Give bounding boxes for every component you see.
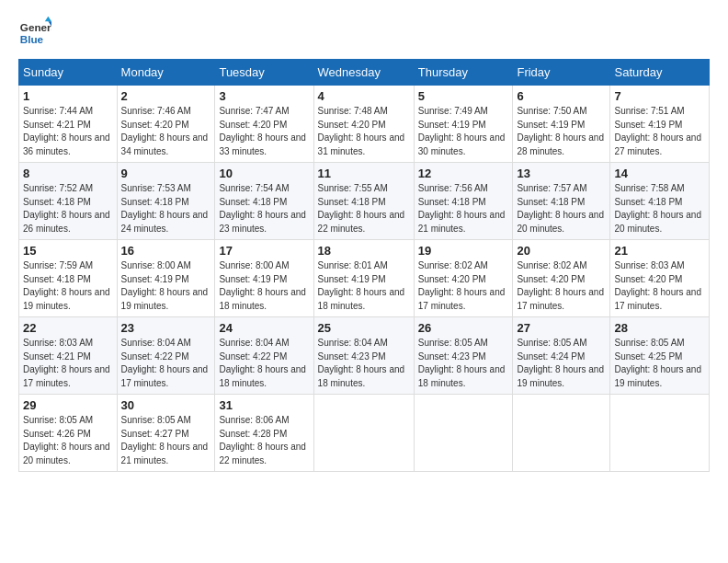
day-cell: 18Sunrise: 8:01 AMSunset: 4:19 PMDayligh… — [313, 240, 414, 317]
day-number: 11 — [318, 167, 410, 180]
day-cell: 4Sunrise: 7:48 AMSunset: 4:20 PMDaylight… — [313, 86, 414, 163]
day-number: 25 — [318, 321, 410, 335]
day-cell: 29Sunrise: 8:05 AMSunset: 4:26 PMDayligh… — [19, 395, 118, 472]
day-number: 17 — [219, 244, 309, 258]
day-info: Sunrise: 8:05 AMSunset: 4:27 PMDaylight:… — [121, 415, 209, 465]
day-info: Sunrise: 7:47 AMSunset: 4:20 PMDaylight:… — [219, 106, 306, 156]
day-cell: 6Sunrise: 7:50 AMSunset: 4:19 PMDaylight… — [513, 86, 610, 163]
day-cell: 22Sunrise: 8:03 AMSunset: 4:21 PMDayligh… — [19, 317, 118, 395]
day-info: Sunrise: 7:52 AMSunset: 4:18 PMDaylight:… — [23, 183, 110, 234]
day-number: 16 — [121, 244, 211, 258]
day-number: 19 — [418, 244, 509, 258]
day-info: Sunrise: 8:01 AMSunset: 4:19 PMDaylight:… — [318, 260, 405, 311]
day-cell: 9Sunrise: 7:53 AMSunset: 4:18 PMDaylight… — [117, 163, 215, 240]
day-number: 15 — [23, 244, 113, 258]
day-info: Sunrise: 8:05 AMSunset: 4:26 PMDaylight:… — [23, 415, 110, 465]
day-cell: 27Sunrise: 8:05 AMSunset: 4:24 PMDayligh… — [513, 317, 610, 395]
day-number: 26 — [418, 321, 509, 335]
day-info: Sunrise: 8:00 AMSunset: 4:19 PMDaylight:… — [219, 260, 306, 311]
day-number: 27 — [517, 321, 606, 335]
day-cell: 5Sunrise: 7:49 AMSunset: 4:19 PMDaylight… — [414, 86, 513, 163]
day-number: 4 — [318, 89, 410, 103]
logo: General Blue — [18, 15, 53, 48]
day-number: 7 — [614, 89, 705, 103]
day-cell — [313, 395, 414, 472]
day-number: 3 — [219, 89, 309, 103]
day-number: 21 — [614, 244, 705, 258]
day-info: Sunrise: 7:51 AMSunset: 4:19 PMDaylight:… — [614, 106, 701, 156]
day-cell — [414, 395, 513, 472]
day-info: Sunrise: 8:02 AMSunset: 4:20 PMDaylight:… — [517, 260, 604, 311]
col-header-thursday: Thursday — [414, 60, 513, 86]
day-cell: 7Sunrise: 7:51 AMSunset: 4:19 PMDaylight… — [610, 86, 710, 163]
day-info: Sunrise: 8:05 AMSunset: 4:25 PMDaylight:… — [614, 338, 701, 388]
day-info: Sunrise: 8:06 AMSunset: 4:28 PMDaylight:… — [219, 415, 306, 465]
col-header-friday: Friday — [513, 60, 610, 86]
day-cell: 12Sunrise: 7:56 AMSunset: 4:18 PMDayligh… — [414, 163, 513, 240]
day-info: Sunrise: 7:57 AMSunset: 4:18 PMDaylight:… — [517, 183, 604, 234]
week-row-2: 8Sunrise: 7:52 AMSunset: 4:18 PMDaylight… — [19, 163, 710, 240]
week-row-4: 22Sunrise: 8:03 AMSunset: 4:21 PMDayligh… — [19, 317, 710, 395]
day-number: 14 — [614, 167, 705, 180]
logo-icon: General Blue — [18, 15, 51, 48]
day-number: 9 — [121, 167, 211, 180]
day-info: Sunrise: 7:46 AMSunset: 4:20 PMDaylight:… — [121, 106, 209, 156]
day-info: Sunrise: 7:44 AMSunset: 4:21 PMDaylight:… — [23, 106, 110, 156]
day-info: Sunrise: 7:48 AMSunset: 4:20 PMDaylight:… — [318, 106, 405, 156]
day-cell: 31Sunrise: 8:06 AMSunset: 4:28 PMDayligh… — [215, 395, 313, 472]
day-cell: 13Sunrise: 7:57 AMSunset: 4:18 PMDayligh… — [513, 163, 610, 240]
day-number: 10 — [219, 167, 309, 180]
day-number: 1 — [23, 89, 113, 103]
day-number: 18 — [318, 244, 410, 258]
col-header-tuesday: Tuesday — [215, 60, 313, 86]
day-info: Sunrise: 8:03 AMSunset: 4:20 PMDaylight:… — [614, 260, 701, 311]
day-info: Sunrise: 8:05 AMSunset: 4:24 PMDaylight:… — [517, 338, 604, 388]
day-info: Sunrise: 8:05 AMSunset: 4:23 PMDaylight:… — [418, 338, 506, 388]
day-cell: 23Sunrise: 8:04 AMSunset: 4:22 PMDayligh… — [117, 317, 215, 395]
day-info: Sunrise: 7:49 AMSunset: 4:19 PMDaylight:… — [418, 106, 506, 156]
day-cell: 25Sunrise: 8:04 AMSunset: 4:23 PMDayligh… — [313, 317, 414, 395]
col-header-sunday: Sunday — [19, 60, 118, 86]
day-info: Sunrise: 7:56 AMSunset: 4:18 PMDaylight:… — [418, 183, 506, 234]
day-info: Sunrise: 7:55 AMSunset: 4:18 PMDaylight:… — [318, 183, 405, 234]
day-cell: 3Sunrise: 7:47 AMSunset: 4:20 PMDaylight… — [215, 86, 313, 163]
day-number: 24 — [219, 321, 309, 335]
svg-text:Blue: Blue — [20, 33, 44, 45]
day-number: 6 — [517, 89, 606, 103]
day-cell: 28Sunrise: 8:05 AMSunset: 4:25 PMDayligh… — [610, 317, 710, 395]
page-container: General Blue SundayMondayTuesdayWednesda… — [0, 0, 728, 481]
day-info: Sunrise: 8:03 AMSunset: 4:21 PMDaylight:… — [23, 338, 110, 388]
day-info: Sunrise: 8:00 AMSunset: 4:19 PMDaylight:… — [121, 260, 209, 311]
day-cell: 8Sunrise: 7:52 AMSunset: 4:18 PMDaylight… — [19, 163, 118, 240]
day-cell: 11Sunrise: 7:55 AMSunset: 4:18 PMDayligh… — [313, 163, 414, 240]
day-number: 22 — [23, 321, 113, 335]
svg-text:General: General — [20, 21, 51, 33]
day-cell: 14Sunrise: 7:58 AMSunset: 4:18 PMDayligh… — [610, 163, 710, 240]
svg-marker-2 — [45, 17, 51, 21]
day-cell: 19Sunrise: 8:02 AMSunset: 4:20 PMDayligh… — [414, 240, 513, 317]
day-number: 29 — [23, 398, 113, 412]
day-cell: 10Sunrise: 7:54 AMSunset: 4:18 PMDayligh… — [215, 163, 313, 240]
day-number: 28 — [614, 321, 705, 335]
day-info: Sunrise: 7:53 AMSunset: 4:18 PMDaylight:… — [121, 183, 209, 234]
day-number: 12 — [418, 167, 509, 180]
day-info: Sunrise: 8:04 AMSunset: 4:23 PMDaylight:… — [318, 338, 405, 388]
day-number: 20 — [517, 244, 606, 258]
week-row-1: 1Sunrise: 7:44 AMSunset: 4:21 PMDaylight… — [19, 86, 710, 163]
day-cell: 30Sunrise: 8:05 AMSunset: 4:27 PMDayligh… — [117, 395, 215, 472]
day-cell: 24Sunrise: 8:04 AMSunset: 4:22 PMDayligh… — [215, 317, 313, 395]
day-info: Sunrise: 7:58 AMSunset: 4:18 PMDaylight:… — [614, 183, 701, 234]
col-header-saturday: Saturday — [610, 60, 710, 86]
day-cell: 1Sunrise: 7:44 AMSunset: 4:21 PMDaylight… — [19, 86, 118, 163]
day-cell — [610, 395, 710, 472]
calendar-table: SundayMondayTuesdayWednesdayThursdayFrid… — [18, 59, 710, 472]
day-number: 5 — [418, 89, 509, 103]
day-cell: 2Sunrise: 7:46 AMSunset: 4:20 PMDaylight… — [117, 86, 215, 163]
col-header-monday: Monday — [117, 60, 215, 86]
day-cell: 17Sunrise: 8:00 AMSunset: 4:19 PMDayligh… — [215, 240, 313, 317]
day-info: Sunrise: 7:54 AMSunset: 4:18 PMDaylight:… — [219, 183, 306, 234]
day-info: Sunrise: 8:02 AMSunset: 4:20 PMDaylight:… — [418, 260, 506, 311]
day-number: 23 — [121, 321, 211, 335]
day-cell: 20Sunrise: 8:02 AMSunset: 4:20 PMDayligh… — [513, 240, 610, 317]
day-info: Sunrise: 8:04 AMSunset: 4:22 PMDaylight:… — [219, 338, 306, 388]
